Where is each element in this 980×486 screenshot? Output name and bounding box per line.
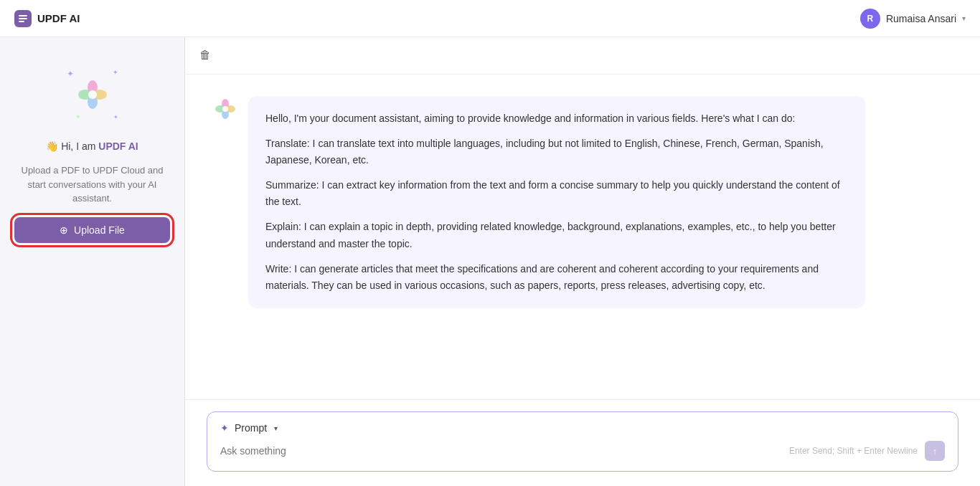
app-header: UPDF AI R Rumaisa Ansari ▾ <box>0 0 980 37</box>
input-area: ✦ Prompt ▾ Enter Send; Shift + Enter New… <box>185 399 980 486</box>
chat-toolbar: 🗑 <box>185 37 980 75</box>
ask-input[interactable] <box>220 445 789 457</box>
sparkle-icon-br: ✦ <box>113 114 118 120</box>
ai-message: Hello, I'm your document assistant, aimi… <box>214 96 951 308</box>
send-icon: ↑ <box>933 446 938 457</box>
sparkle-container: ✦ ✦ ✦ ✦ <box>64 66 121 123</box>
message-para-4: Explain: I can explain a topic in depth,… <box>265 219 848 252</box>
message-para-2: Translate: I can translate text into mul… <box>265 135 848 168</box>
hint-text: Enter Send; Shift + Enter Newline <box>789 446 918 456</box>
send-button[interactable]: ↑ <box>925 441 945 461</box>
chevron-down-icon[interactable]: ▾ <box>962 14 966 22</box>
user-name: Rumaisa Ansari <box>886 13 956 24</box>
svg-point-10 <box>222 106 228 112</box>
message-para-3: Summarize: I can extract key information… <box>265 177 848 210</box>
sparkle-small-icon: ✦ <box>220 422 229 434</box>
prompt-dropdown-icon[interactable]: ▾ <box>274 424 278 432</box>
svg-point-5 <box>88 90 97 99</box>
sidebar-illustration: ✦ ✦ ✦ ✦ <box>64 66 121 123</box>
app-title: UPDF AI <box>37 12 80 24</box>
input-bottom-row: Enter Send; Shift + Enter Newline ↑ <box>220 441 945 461</box>
input-top-row: ✦ Prompt ▾ <box>220 422 945 434</box>
upload-icon: ⊕ <box>60 224 68 236</box>
chat-area: 🗑 Hello, I'm your document assistant, ai… <box>185 37 980 486</box>
prompt-label: Prompt <box>235 422 267 434</box>
subtitle-text: Upload a PDF to UPDF Cloud and start con… <box>14 163 170 206</box>
delete-button[interactable]: 🗑 <box>199 49 214 63</box>
sidebar: ✦ ✦ ✦ ✦ 👋 Hi, I am UPDF AI Upload a PDF … <box>0 37 185 486</box>
upload-file-button[interactable]: ⊕ Upload File <box>14 217 170 243</box>
main-layout: ✦ ✦ ✦ ✦ 👋 Hi, I am UPDF AI Upload a PDF … <box>0 37 980 486</box>
updf-flower-icon <box>75 77 110 112</box>
ai-avatar-icon <box>214 97 237 120</box>
brand-name: UPDF AI <box>98 140 138 152</box>
avatar: R <box>860 9 880 29</box>
header-right: R Rumaisa Ansari ▾ <box>860 9 966 29</box>
messages-area: Hello, I'm your document assistant, aimi… <box>185 75 980 399</box>
greeting-text: 👋 Hi, I am UPDF AI <box>46 140 138 152</box>
sparkle-icon-tr: ✦ <box>113 69 118 76</box>
sparkle-icon-tl: ✦ <box>67 69 74 79</box>
updf-logo-icon <box>14 10 32 27</box>
sparkle-icon-bl: ✦ <box>75 113 81 120</box>
input-box: ✦ Prompt ▾ Enter Send; Shift + Enter New… <box>207 411 958 472</box>
message-para-5: Write: I can generate articles that meet… <box>265 261 848 294</box>
header-left: UPDF AI <box>14 10 80 27</box>
message-para-1: Hello, I'm your document assistant, aimi… <box>265 110 848 127</box>
message-bubble: Hello, I'm your document assistant, aimi… <box>248 96 865 308</box>
